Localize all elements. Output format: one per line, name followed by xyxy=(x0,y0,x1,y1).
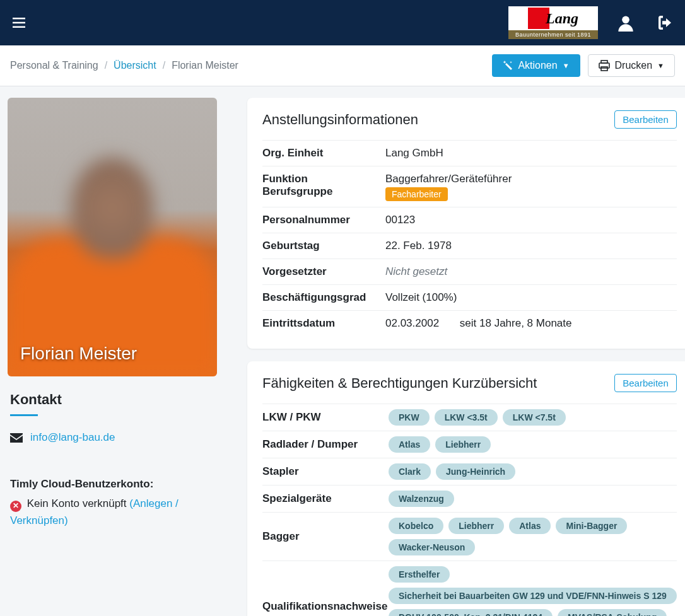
logout-icon[interactable] xyxy=(653,15,672,31)
info-label: Eintrittsdatum xyxy=(262,317,385,330)
skill-tag[interactable]: Sicherheit bei Bauarbeiten GW 129 und VD… xyxy=(389,588,677,604)
skill-row: BaggerKobelcoLiebherrAtlasMini-BaggerWac… xyxy=(262,512,677,561)
heading-underline xyxy=(10,414,38,416)
skill-row: LKW / PKWPKWLKW <3.5tLKW <7.5t xyxy=(262,404,677,431)
email-icon xyxy=(10,433,23,443)
user-icon[interactable] xyxy=(617,14,635,32)
skill-tags: AtlasLiebherr xyxy=(389,436,677,453)
info-since: seit 18 Jahre, 8 Monate xyxy=(460,317,572,329)
caret-down-icon: ▼ xyxy=(563,62,570,69)
skills-card: Fähigkeiten & Berechtigungen Kurzübersic… xyxy=(247,361,685,616)
skill-tag[interactable]: PKW xyxy=(389,409,430,426)
skill-row: QualifikationsnachweiseErsthelferSicherh… xyxy=(262,561,677,616)
info-value: Nicht gesetzt xyxy=(385,265,677,278)
skill-label: Spezialgeräte xyxy=(262,492,389,505)
skills-heading: Fähigkeiten & Berechtigungen Kurzübersic… xyxy=(262,375,537,392)
skill-row: StaplerClarkJung-Heinrich xyxy=(262,458,677,485)
svg-rect-3 xyxy=(601,67,607,71)
print-icon xyxy=(599,60,610,71)
breadcrumb-current: Florian Meister xyxy=(172,60,238,71)
info-value: 22. Feb. 1978 xyxy=(385,240,677,252)
drucken-button[interactable]: Drucken ▼ xyxy=(588,54,675,77)
skill-tag[interactable]: Atlas xyxy=(509,518,551,534)
kontakt-heading: Kontakt xyxy=(10,392,220,408)
info-label: Beschäftigungsgrad xyxy=(262,291,385,304)
svg-point-0 xyxy=(622,16,629,24)
logo-subtitle: Bauunternehmen seit 1891 xyxy=(508,30,598,39)
info-label: Funktion xyxy=(262,173,385,185)
breadcrumb-bar: Personal & Training / Übersicht / Floria… xyxy=(0,45,685,86)
skill-tag[interactable]: DGUV 100-500, Kap. 2.31/DIN 4124 xyxy=(389,609,553,616)
cloud-account-title: Timly Cloud-Benutzerkonto: xyxy=(10,475,220,492)
caret-down-icon: ▼ xyxy=(657,62,664,69)
skill-tag[interactable]: Atlas xyxy=(389,436,430,453)
cloud-status: Kein Konto verknüpft xyxy=(27,497,127,509)
breadcrumb-root[interactable]: Personal & Training xyxy=(10,60,98,71)
skill-tag[interactable]: Clark xyxy=(389,463,431,480)
aktionen-button[interactable]: Aktionen ▼ xyxy=(492,54,580,77)
error-icon: ✕ xyxy=(10,501,21,512)
edit-employment-button[interactable]: Bearbeiten xyxy=(614,110,677,129)
brand-logo: Lang Bauunternehmen seit 1891 xyxy=(508,6,598,39)
info-value: Vollzeit (100%) xyxy=(385,291,677,304)
profile-name: Florian Meister xyxy=(20,344,137,364)
profile-photo: Florian Meister xyxy=(8,98,217,376)
skill-tag[interactable]: Walzenzug xyxy=(389,491,454,507)
skill-tag[interactable]: Kobelco xyxy=(389,518,443,534)
info-value: 02.03.2002 xyxy=(385,317,439,329)
topbar: Lang Bauunternehmen seit 1891 xyxy=(0,0,685,45)
skill-tag[interactable]: Jung-Heinrich xyxy=(436,463,515,480)
skill-tags: ErsthelferSicherheit bei Bauarbeiten GW … xyxy=(389,566,677,616)
skill-tag[interactable]: Wacker-Neuson xyxy=(389,539,475,555)
info-value: Lang GmbH xyxy=(385,147,677,160)
breadcrumb: Personal & Training / Übersicht / Floria… xyxy=(10,60,238,71)
skill-label: Radlader / Dumper xyxy=(262,438,389,451)
skill-tags: ClarkJung-Heinrich xyxy=(389,463,677,480)
skill-label: Stapler xyxy=(262,465,389,478)
skill-tag[interactable]: Liebherr xyxy=(448,518,504,534)
breadcrumb-sep: / xyxy=(105,60,107,71)
info-label: Org. Einheit xyxy=(262,147,385,160)
email-link[interactable]: info@lang-bau.de xyxy=(30,431,115,444)
info-label: Personalnummer xyxy=(262,214,385,226)
info-label: Vorgesetzter xyxy=(262,265,385,278)
wand-icon xyxy=(503,61,513,71)
skill-row: SpezialgeräteWalzenzug xyxy=(262,485,677,512)
skill-row: Radlader / DumperAtlasLiebherr xyxy=(262,431,677,458)
skill-label: Bagger xyxy=(262,530,389,543)
edit-skills-button[interactable]: Bearbeiten xyxy=(614,374,677,392)
employment-card: Anstellungsinformationen Bearbeiten Org.… xyxy=(247,98,685,349)
breadcrumb-sep: / xyxy=(163,60,165,71)
info-label: Berufsgruppe xyxy=(262,185,385,198)
info-label: Geburtstag xyxy=(262,240,385,252)
skill-label: LKW / PKW xyxy=(262,411,389,424)
skill-tag[interactable]: Mini-Bagger xyxy=(556,518,627,534)
skill-tag[interactable]: LKW <7.5t xyxy=(503,409,566,426)
drucken-label: Drucken xyxy=(615,60,653,71)
skill-tags: Walzenzug xyxy=(389,491,677,507)
info-value: Baggerfahrer/Geräteführer xyxy=(385,173,677,185)
employment-heading: Anstellungsinformationen xyxy=(262,112,418,128)
menu-icon[interactable] xyxy=(13,18,25,28)
skill-tag[interactable]: MVAS/RSA-Schulung xyxy=(558,609,667,616)
skill-tags: KobelcoLiebherrAtlasMini-BaggerWacker-Ne… xyxy=(389,518,677,555)
aktionen-label: Aktionen xyxy=(518,60,557,71)
logo-text: Lang xyxy=(546,10,578,27)
skill-tag[interactable]: Liebherr xyxy=(435,436,491,453)
skill-tags: PKWLKW <3.5tLKW <7.5t xyxy=(389,409,677,426)
skill-label: Qualifikationsnachweise xyxy=(262,600,389,613)
breadcrumb-overview[interactable]: Übersicht xyxy=(114,60,156,71)
skill-tag[interactable]: Ersthelfer xyxy=(389,566,450,583)
berufsgruppe-badge: Facharbeiter xyxy=(385,187,448,201)
info-value: 00123 xyxy=(385,214,677,226)
skill-tag[interactable]: LKW <3.5t xyxy=(435,409,498,426)
